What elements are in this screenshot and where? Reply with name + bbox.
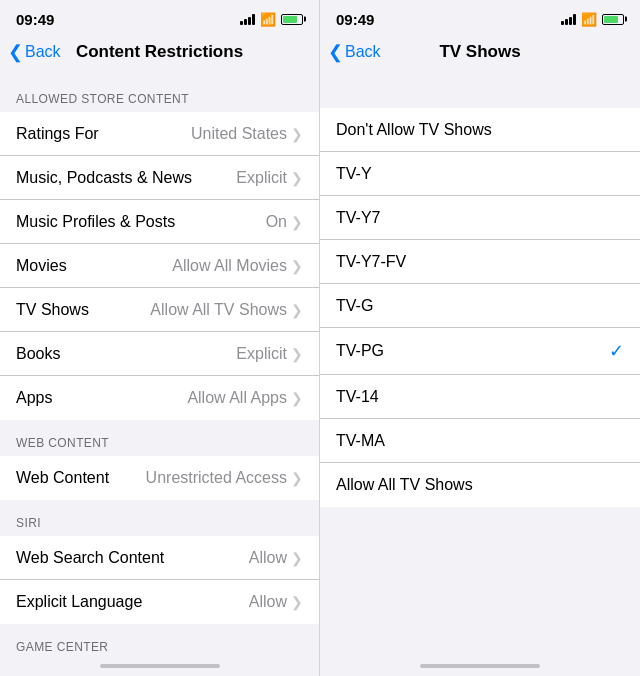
battery-icon-right xyxy=(602,14,624,25)
tv-item-allow-all[interactable]: Allow All TV Shows xyxy=(320,463,640,507)
section-header-web-content: WEB CONTENT xyxy=(0,420,319,456)
tv-ratings-scroll[interactable]: Don't Allow TV Shows TV-Y TV-Y7 TV-Y7-FV… xyxy=(320,76,640,656)
web-content-value: Unrestricted Access ❯ xyxy=(146,469,303,487)
allowed-store-list: Ratings For United States ❯ Music, Podca… xyxy=(0,112,319,420)
tv-item-label-2: TV-Y7 xyxy=(336,209,380,227)
tv-item-label-1: TV-Y xyxy=(336,165,372,183)
status-icons-right: 📶 xyxy=(561,12,624,27)
tv-ratings-list: Don't Allow TV Shows TV-Y TV-Y7 TV-Y7-FV… xyxy=(320,108,640,507)
home-bar xyxy=(100,664,220,668)
section-header-allowed-store: ALLOWED STORE CONTENT xyxy=(0,76,319,112)
settings-item-apps[interactable]: Apps Allow All Apps ❯ xyxy=(0,376,319,420)
back-chevron-icon-right: ❮ xyxy=(328,43,343,61)
checkmark-icon: ✓ xyxy=(609,340,624,362)
settings-item-music[interactable]: Music, Podcasts & News Explicit ❯ xyxy=(0,156,319,200)
movies-value: Allow All Movies ❯ xyxy=(172,257,303,275)
right-panel: 09:49 📶 ❮ Back TV Shows Don't Allow TV xyxy=(320,0,640,676)
tv-item-tvy7[interactable]: TV-Y7 xyxy=(320,196,640,240)
chevron-icon: ❯ xyxy=(291,346,303,362)
home-indicator-right xyxy=(320,656,640,676)
settings-item-music-profiles[interactable]: Music Profiles & Posts On ❯ xyxy=(0,200,319,244)
chevron-icon: ❯ xyxy=(291,214,303,230)
scroll-content-left[interactable]: ALLOWED STORE CONTENT Ratings For United… xyxy=(0,76,319,656)
settings-item-web-content[interactable]: Web Content Unrestricted Access ❯ xyxy=(0,456,319,500)
tv-item-tvy7fv[interactable]: TV-Y7-FV xyxy=(320,240,640,284)
back-label-left: Back xyxy=(25,43,61,61)
books-label: Books xyxy=(16,345,60,363)
explicit-language-value: Allow ❯ xyxy=(249,593,303,611)
nav-title-right: TV Shows xyxy=(439,42,520,62)
home-indicator-left xyxy=(0,656,319,676)
wifi-icon: 📶 xyxy=(260,12,276,27)
chevron-icon: ❯ xyxy=(291,302,303,318)
tv-item-tvpg[interactable]: TV-PG ✓ xyxy=(320,328,640,375)
web-content-list: Web Content Unrestricted Access ❯ xyxy=(0,456,319,500)
music-profiles-value: On ❯ xyxy=(266,213,303,231)
tv-item-label-4: TV-G xyxy=(336,297,373,315)
section-header-game-center: GAME CENTER xyxy=(0,624,319,656)
back-chevron-icon: ❮ xyxy=(8,43,23,61)
chevron-icon: ❯ xyxy=(291,126,303,142)
settings-item-tv-shows[interactable]: TV Shows Allow All TV Shows ❯ xyxy=(0,288,319,332)
status-time-left: 09:49 xyxy=(16,11,54,28)
chevron-icon: ❯ xyxy=(291,390,303,406)
status-bar-right: 09:49 📶 xyxy=(320,0,640,32)
wifi-icon-right: 📶 xyxy=(581,12,597,27)
settings-item-web-search[interactable]: Web Search Content Allow ❯ xyxy=(0,536,319,580)
tv-item-tv14[interactable]: TV-14 xyxy=(320,375,640,419)
siri-list: Web Search Content Allow ❯ Explicit Lang… xyxy=(0,536,319,624)
back-label-right: Back xyxy=(345,43,381,61)
tv-item-dont-allow[interactable]: Don't Allow TV Shows xyxy=(320,108,640,152)
ratings-for-label: Ratings For xyxy=(16,125,99,143)
chevron-icon: ❯ xyxy=(291,594,303,610)
books-value: Explicit ❯ xyxy=(236,345,303,363)
status-icons-left: 📶 xyxy=(240,12,303,27)
apps-label: Apps xyxy=(16,389,52,407)
ratings-for-value: United States ❯ xyxy=(191,125,303,143)
chevron-icon: ❯ xyxy=(291,470,303,486)
tv-item-label-3: TV-Y7-FV xyxy=(336,253,406,271)
chevron-icon: ❯ xyxy=(291,170,303,186)
web-search-label: Web Search Content xyxy=(16,549,164,567)
tv-item-tvg[interactable]: TV-G xyxy=(320,284,640,328)
chevron-icon: ❯ xyxy=(291,258,303,274)
settings-item-ratings-for[interactable]: Ratings For United States ❯ xyxy=(0,112,319,156)
nav-title-left: Content Restrictions xyxy=(76,42,243,62)
tv-item-label-0: Don't Allow TV Shows xyxy=(336,121,492,139)
home-bar-right xyxy=(420,664,540,668)
section-header-siri: SIRI xyxy=(0,500,319,536)
tv-item-label-6: TV-14 xyxy=(336,388,379,406)
settings-item-explicit-language[interactable]: Explicit Language Allow ❯ xyxy=(0,580,319,624)
back-button-left[interactable]: ❮ Back xyxy=(8,43,61,61)
tv-item-tvy[interactable]: TV-Y xyxy=(320,152,640,196)
status-bar-left: 09:49 📶 xyxy=(0,0,319,32)
nav-bar-left: ❮ Back Content Restrictions xyxy=(0,32,319,76)
explicit-language-label: Explicit Language xyxy=(16,593,142,611)
movies-label: Movies xyxy=(16,257,67,275)
apps-value: Allow All Apps ❯ xyxy=(187,389,303,407)
nav-bar-right: ❮ Back TV Shows xyxy=(320,32,640,76)
signal-bars-icon-right xyxy=(561,13,576,25)
web-content-label: Web Content xyxy=(16,469,109,487)
tv-shows-value: Allow All TV Shows ❯ xyxy=(150,301,303,319)
battery-icon xyxy=(281,14,303,25)
chevron-icon: ❯ xyxy=(291,550,303,566)
music-value: Explicit ❯ xyxy=(236,169,303,187)
settings-item-books[interactable]: Books Explicit ❯ xyxy=(0,332,319,376)
status-time-right: 09:49 xyxy=(336,11,374,28)
left-panel: 09:49 📶 ❮ Back Content Restrictions ALLO… xyxy=(0,0,320,676)
web-search-value: Allow ❯ xyxy=(249,549,303,567)
music-label: Music, Podcasts & News xyxy=(16,169,192,187)
back-button-right[interactable]: ❮ Back xyxy=(328,43,381,61)
tv-item-label-7: TV-MA xyxy=(336,432,385,450)
settings-item-movies[interactable]: Movies Allow All Movies ❯ xyxy=(0,244,319,288)
tv-shows-label: TV Shows xyxy=(16,301,89,319)
music-profiles-label: Music Profiles & Posts xyxy=(16,213,175,231)
signal-bars-icon xyxy=(240,13,255,25)
tv-item-label-5: TV-PG xyxy=(336,342,384,360)
tv-item-tvma[interactable]: TV-MA xyxy=(320,419,640,463)
tv-item-label-8: Allow All TV Shows xyxy=(336,476,473,494)
top-gap xyxy=(320,76,640,108)
